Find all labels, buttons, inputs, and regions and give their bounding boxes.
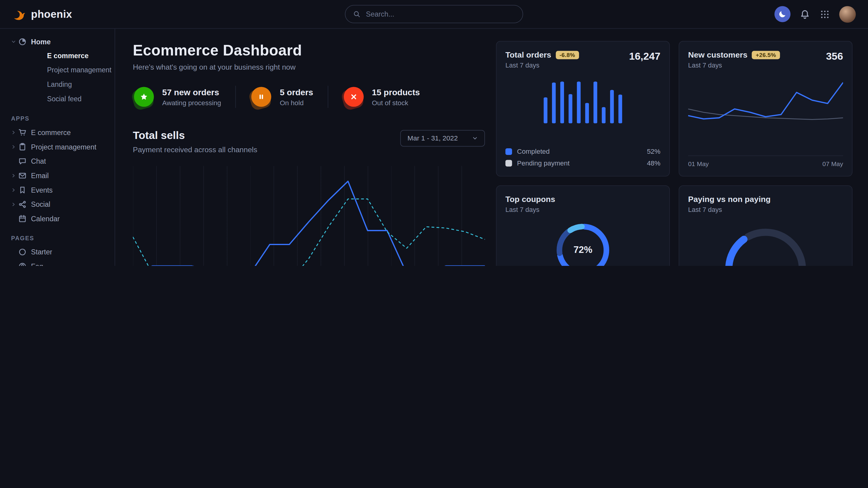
top-navbar: phoenix — [0, 0, 868, 29]
card-title: Total orders — [505, 50, 551, 59]
stat-caption: Out of stock — [372, 99, 420, 107]
sidebar-section-apps: APPS — [11, 115, 115, 122]
navbar-actions — [775, 6, 856, 22]
global-search[interactable] — [345, 5, 523, 24]
phoenix-logo-icon — [12, 7, 26, 21]
total-orders-chart — [541, 77, 624, 123]
sidebar: Home E commerce Project management Landi… — [0, 29, 115, 266]
new-customers-chart — [688, 76, 843, 133]
stat-value: 15 products — [372, 87, 420, 97]
sidebar-item-events[interactable]: Events — [0, 183, 115, 197]
sidebar-item-faq[interactable]: Faq — [0, 259, 115, 266]
sidebar-item-label: Faq — [31, 262, 43, 266]
card-period: Last 7 days — [688, 62, 780, 69]
user-avatar[interactable] — [839, 6, 856, 22]
donut-center-label: 72% — [552, 219, 614, 266]
sidebar-item-landing[interactable]: Landing — [0, 77, 115, 92]
apps-grid-icon — [820, 9, 830, 19]
sidebar-item-label: Social — [31, 200, 50, 208]
sidebar-item-calendar[interactable]: Calendar — [0, 211, 115, 226]
sidebar-item-project-management-app[interactable]: Project management — [0, 139, 115, 154]
sidebar-item-label: Home — [31, 37, 51, 46]
sidebar-item-e-commerce[interactable]: E commerce — [0, 49, 115, 63]
legend-swatch — [505, 148, 512, 155]
legend-label: Pending payment — [517, 159, 647, 167]
chevron-right-icon — [11, 130, 19, 135]
trend-badge: -6.8% — [556, 51, 579, 59]
top-coupons-card: Top coupons Last 7 days 72% Percentage d… — [496, 185, 670, 266]
legend-item: Completed 52% — [505, 148, 660, 156]
kpi-cards: Total orders -6.8% Last 7 days 16,247 Co… — [496, 41, 852, 266]
bell-icon — [800, 9, 810, 19]
stat-out-of-stock: 15 products Out of stock — [328, 86, 434, 108]
total-sells-chart — [133, 166, 485, 266]
question-icon — [19, 262, 31, 266]
sidebar-item-home[interactable]: Home — [0, 34, 115, 49]
sidebar-item-label: Starter — [31, 248, 52, 256]
sidebar-item-starter[interactable]: Starter — [0, 245, 115, 259]
sidebar-item-social-feed[interactable]: Social feed — [0, 92, 115, 106]
chevron-right-icon — [11, 173, 19, 178]
top-coupons-chart: 72% — [552, 219, 614, 266]
card-value: 16,247 — [629, 50, 660, 62]
chevron-right-icon — [11, 202, 19, 207]
share-icon — [19, 200, 31, 208]
stat-caption: Awating processing — [162, 99, 221, 107]
stat-orders-on-hold: 5 orders On hold — [236, 86, 328, 108]
stats-row: 57 new orders Awating processing 5 order… — [133, 86, 485, 108]
chevron-down-icon — [472, 136, 478, 141]
sidebar-item-label: Chat — [31, 157, 46, 165]
sidebar-section-pages: PAGES — [11, 234, 115, 241]
envelope-icon — [19, 171, 31, 180]
legend-value: 48% — [647, 159, 660, 167]
sidebar-item-social[interactable]: Social — [0, 197, 115, 211]
card-value: 356 — [826, 50, 843, 62]
card-period: Last 7 days — [505, 206, 555, 214]
search-icon — [353, 10, 361, 18]
chevron-down-icon — [11, 39, 19, 44]
sidebar-item-label: Email — [31, 171, 49, 180]
app-root: phoenix Home E commerce Project manag — [0, 0, 868, 266]
legend-item: Pending payment 48% — [505, 159, 660, 167]
card-title: Top coupons — [505, 195, 555, 203]
notifications-button[interactable] — [799, 8, 810, 20]
x-badge-icon — [343, 86, 365, 108]
page-title: Ecommerce Dashboard — [133, 42, 485, 59]
card-title: New customers — [688, 50, 747, 59]
sidebar-item-email[interactable]: Email — [0, 168, 115, 183]
pie-chart-icon — [19, 37, 31, 46]
date-range-value: Mar 1 - 31, 2022 — [407, 134, 458, 142]
apps-menu-button[interactable] — [819, 8, 830, 20]
star-badge-icon — [133, 86, 155, 108]
new-customers-card: New customers +26.5% Last 7 days 356 01 … — [679, 41, 852, 176]
chevron-right-icon — [11, 187, 19, 192]
sidebar-item-chat[interactable]: Chat — [0, 154, 115, 168]
x-tick: 01 May — [688, 160, 709, 167]
sidebar-item-e-commerce-app[interactable]: E commerce — [0, 125, 115, 139]
page-subtitle: Here's what's going on at your business … — [133, 63, 485, 71]
total-sells-subtitle: Payment received across all channels — [133, 145, 257, 154]
theme-toggle-button[interactable] — [775, 6, 790, 22]
card-period: Last 7 days — [688, 206, 771, 214]
card-period: Last 7 days — [505, 62, 579, 69]
date-range-select[interactable]: Mar 1 - 31, 2022 — [400, 130, 485, 147]
legend-swatch — [505, 160, 512, 166]
stat-value: 5 orders — [280, 87, 313, 97]
global-search-input[interactable] — [365, 9, 515, 19]
stat-new-orders: 57 new orders Awating processing — [133, 86, 236, 108]
sidebar-item-project-management[interactable]: Project management — [0, 63, 115, 77]
total-orders-card: Total orders -6.8% Last 7 days 16,247 Co… — [496, 41, 670, 176]
brand[interactable]: phoenix — [12, 7, 72, 21]
sidebar-item-label: E commerce — [31, 128, 71, 136]
card-title: Paying vs non paying — [688, 195, 771, 203]
pause-badge-icon — [250, 86, 272, 108]
chevron-right-icon — [11, 144, 19, 149]
legend-label: Completed — [517, 148, 647, 156]
circle-icon — [19, 248, 31, 256]
paying-vs-nonpaying-card: Paying vs non paying Last 7 days Paying … — [679, 185, 852, 266]
trend-badge: +26.5% — [752, 51, 780, 59]
clipboard-icon — [19, 142, 31, 151]
stat-value: 57 new orders — [162, 87, 221, 97]
sidebar-item-label: Calendar — [31, 214, 60, 223]
calendar-icon — [19, 214, 31, 223]
